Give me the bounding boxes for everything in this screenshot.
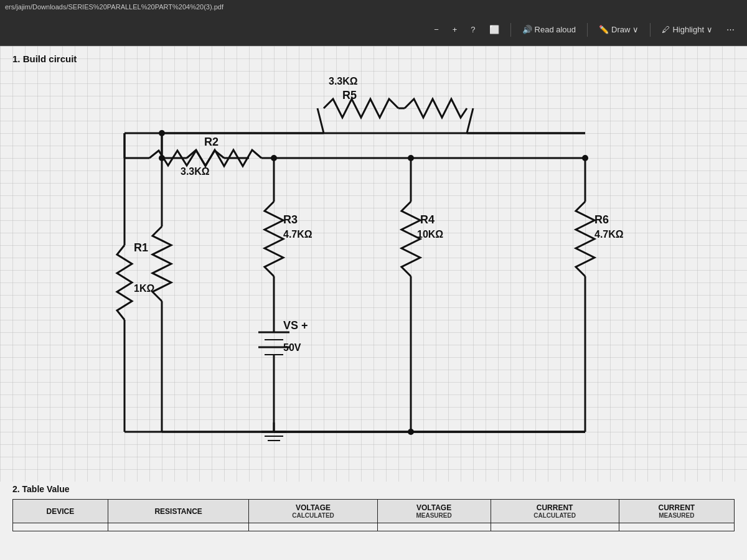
read-aloud-label: Read aloud <box>535 25 576 34</box>
svg-point-35 <box>159 130 165 136</box>
table-section-label: 2. Table Value <box>12 484 70 494</box>
col-resistance: RESISTANCE <box>108 500 249 523</box>
separator-3 <box>650 23 651 37</box>
browser-top-bar: ers/jajim/Downloads/SERIES%20PARALLEL%20… <box>0 0 747 14</box>
table-section: 2. Table Value DEVICE RESISTANCE VOLTAGE… <box>0 482 747 560</box>
draw-label: Draw <box>611 25 630 34</box>
highlight-button[interactable]: 🖊 Highlight ∨ <box>657 22 718 37</box>
section-title: 1. Build circuit <box>12 54 77 64</box>
svg-point-36 <box>159 155 165 161</box>
zoom-in-button[interactable]: + <box>448 22 463 37</box>
svg-point-38 <box>408 155 414 161</box>
table-wrapper: DEVICE RESISTANCE VOLTAGECALCULATED VOLT… <box>12 499 735 531</box>
r1-value: 1KΩ <box>134 283 154 294</box>
circuit-svg: .wire { stroke: #111; stroke-width: 3; f… <box>37 71 691 494</box>
fit-page-button[interactable]: ⬜ <box>484 22 504 37</box>
draw-icon: ✏️ <box>599 25 609 34</box>
help-icon: ? <box>471 25 475 34</box>
circuit-diagram: .wire { stroke: #111; stroke-width: 3; f… <box>37 71 691 494</box>
r3-value: 4.7KΩ <box>283 229 312 240</box>
r6-value: 4.7KΩ <box>594 229 624 240</box>
r5-label: R5 <box>342 89 357 101</box>
draw-button[interactable]: ✏️ Draw ∨ <box>594 22 644 37</box>
r2-label: R2 <box>204 136 218 148</box>
svg-point-39 <box>582 155 588 161</box>
r1-label: R1 <box>134 241 148 254</box>
more-options-button[interactable]: ⋯ <box>721 22 740 37</box>
col-voltage-meas: VOLTAGEMEASURED <box>377 500 491 523</box>
minus-icon: − <box>434 25 439 34</box>
svg-line-7 <box>317 108 324 133</box>
speaker-icon: 🔊 <box>522 25 532 34</box>
highlight-icon: 🖊 <box>662 25 670 34</box>
highlight-chevron-icon: ∨ <box>707 25 713 34</box>
toolbar: − + ? ⬜ 🔊 Read aloud ✏️ Draw ∨ 🖊 Highlig… <box>0 14 747 46</box>
vs-value: 50V <box>283 342 301 353</box>
zoom-out-button[interactable]: − <box>429 22 444 37</box>
col-voltage-calc: VOLTAGECALCULATED <box>249 500 377 523</box>
cell <box>491 523 619 531</box>
draw-chevron-icon: ∨ <box>632 25 639 34</box>
r4-value: 10KΩ <box>417 229 443 240</box>
fit-icon: ⬜ <box>489 25 499 34</box>
help-button[interactable]: ? <box>466 22 480 37</box>
plus-icon: + <box>453 25 458 34</box>
r2-value: 3.3KΩ <box>181 166 210 177</box>
r5-value: 3.3KΩ <box>329 76 358 86</box>
svg-line-8 <box>467 108 473 133</box>
r6-label: R6 <box>594 213 609 226</box>
cell <box>108 523 249 531</box>
more-icon: ⋯ <box>726 25 735 34</box>
col-current-calc: CURRENTCALCULATED <box>491 500 619 523</box>
r4-label: R4 <box>420 213 435 226</box>
separator-2 <box>587 23 588 37</box>
separator-1 <box>510 23 511 37</box>
cell <box>249 523 377 531</box>
svg-point-40 <box>408 429 414 435</box>
url-bar: ers/jajim/Downloads/SERIES%20PARALLEL%20… <box>5 3 223 11</box>
highlight-label: Highlight <box>672 25 704 34</box>
r3-label: R3 <box>283 213 298 226</box>
vs-label: VS + <box>283 319 308 332</box>
table-row <box>13 523 735 531</box>
cell <box>619 523 734 531</box>
col-current-meas: CURRENTMEASURED <box>619 500 734 523</box>
main-content: 1. Build circuit .wire { stroke: #111; s… <box>0 46 747 560</box>
read-aloud-button[interactable]: 🔊 Read aloud <box>517 22 581 37</box>
cell <box>13 523 108 531</box>
col-device: DEVICE <box>13 500 108 523</box>
values-table: DEVICE RESISTANCE VOLTAGECALCULATED VOLT… <box>12 499 735 531</box>
svg-point-37 <box>271 155 277 161</box>
cell <box>377 523 491 531</box>
